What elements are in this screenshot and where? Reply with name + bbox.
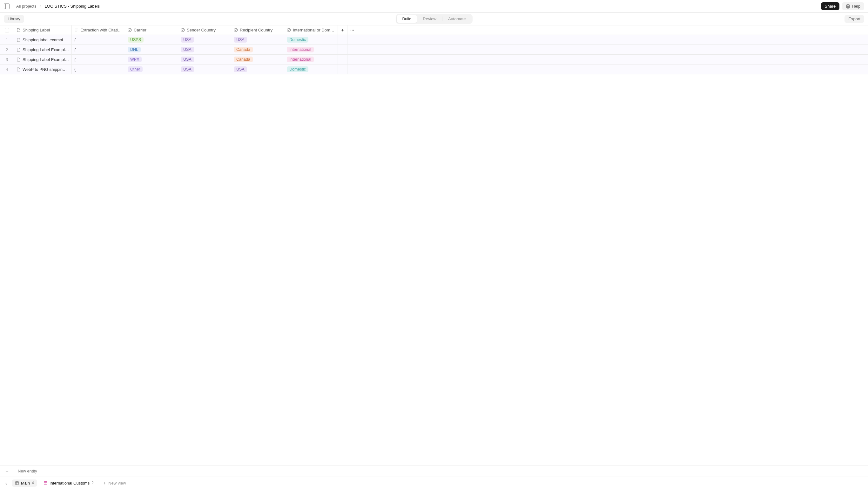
view-tab-count: 2 bbox=[91, 481, 94, 485]
cell-carrier[interactable]: Other bbox=[125, 64, 178, 74]
column-header-sender-country[interactable]: Sender Country bbox=[178, 25, 231, 35]
recipient-country-tag: Canada bbox=[234, 47, 253, 53]
filter-button[interactable] bbox=[4, 481, 8, 486]
svg-point-4 bbox=[181, 28, 185, 32]
cell-carrier[interactable]: USPS bbox=[125, 35, 178, 44]
cell-empty bbox=[338, 35, 347, 44]
export-button[interactable]: Export bbox=[844, 15, 864, 23]
plus-icon bbox=[102, 481, 107, 485]
table-row[interactable]: 4WebP to PNG shipping la...{OtherUSAUSAD… bbox=[0, 64, 868, 74]
column-label: Carrier bbox=[134, 28, 147, 32]
list-icon bbox=[74, 28, 79, 32]
svg-point-10 bbox=[352, 30, 352, 30]
cell-sender-country[interactable]: USA bbox=[178, 45, 231, 54]
cell-recipient-country[interactable]: Canada bbox=[231, 45, 284, 54]
carrier-tag: DHL bbox=[128, 47, 141, 53]
cell-international-domestic[interactable]: Domestic bbox=[284, 64, 338, 74]
cell-extraction[interactable]: { bbox=[72, 35, 125, 44]
cell-international-domestic[interactable]: International bbox=[284, 45, 338, 54]
column-label: International or Domes... bbox=[293, 28, 335, 32]
cell-empty bbox=[338, 64, 347, 74]
file-name: Shipping Label Example... bbox=[23, 57, 69, 62]
more-horizontal-icon bbox=[350, 28, 354, 32]
cell-sender-country[interactable]: USA bbox=[178, 35, 231, 44]
cell-shipping-label[interactable]: Shipping label examples.... bbox=[14, 35, 72, 44]
plus-icon bbox=[5, 469, 9, 473]
cell-empty bbox=[338, 45, 347, 54]
cell-international-domestic[interactable]: Domestic bbox=[284, 35, 338, 44]
column-header-extraction[interactable]: Extraction with Citations bbox=[72, 25, 125, 35]
view-tab-count: 4 bbox=[32, 481, 34, 485]
intl-domestic-tag: Domestic bbox=[287, 37, 308, 42]
cell-international-domestic[interactable]: International bbox=[284, 55, 338, 64]
help-button[interactable]: ? Help bbox=[842, 2, 864, 10]
column-header-shipping-label[interactable]: Shipping Label bbox=[14, 25, 72, 35]
share-button[interactable]: Share bbox=[821, 2, 840, 10]
sender-country-tag: USA bbox=[181, 37, 194, 42]
check-circle-icon bbox=[128, 28, 132, 32]
carrier-tag: WPX bbox=[128, 57, 142, 62]
cell-sender-country[interactable]: USA bbox=[178, 64, 231, 74]
new-view-button[interactable]: New view bbox=[100, 480, 129, 487]
cell-shipping-label[interactable]: Shipping Label Example... bbox=[14, 55, 72, 64]
breadcrumb-root-link[interactable]: All projects bbox=[16, 4, 36, 8]
view-tab-international-customs[interactable]: International Customs 2 bbox=[40, 480, 97, 487]
svg-point-6 bbox=[287, 28, 290, 32]
cell-recipient-country[interactable]: Canada bbox=[231, 55, 284, 64]
table-row[interactable]: 2Shipping Label Example...{DHLUSACanadaI… bbox=[0, 45, 868, 55]
help-icon: ? bbox=[846, 4, 850, 8]
cell-extraction[interactable]: { bbox=[72, 55, 125, 64]
svg-point-5 bbox=[234, 28, 238, 32]
svg-rect-20 bbox=[44, 481, 47, 485]
cell-shipping-label[interactable]: WebP to PNG shipping la... bbox=[14, 64, 72, 74]
new-entity-plus-button[interactable] bbox=[0, 465, 14, 477]
breadcrumb: All projects LOGISTICS - Shipping Labels bbox=[16, 4, 100, 8]
cell-extraction[interactable]: { bbox=[72, 45, 125, 54]
sidebar-toggle-icon[interactable] bbox=[4, 3, 9, 9]
cell-extraction[interactable]: { bbox=[72, 64, 125, 74]
column-header-carrier[interactable]: Carrier bbox=[125, 25, 178, 35]
check-circle-icon bbox=[234, 28, 238, 32]
column-header-international-domestic[interactable]: International or Domes... bbox=[284, 25, 338, 35]
check-circle-icon bbox=[181, 28, 185, 32]
select-all-checkbox[interactable] bbox=[5, 28, 9, 32]
recipient-country-tag: Canada bbox=[234, 57, 253, 62]
carrier-tag: USPS bbox=[128, 37, 144, 42]
cell-recipient-country[interactable]: USA bbox=[231, 64, 284, 74]
table-row[interactable]: 1Shipping label examples....{USPSUSAUSAD… bbox=[0, 35, 868, 45]
tab-build[interactable]: Build bbox=[396, 15, 417, 23]
column-label: Recipient Country bbox=[240, 28, 273, 32]
library-button[interactable]: Library bbox=[4, 15, 24, 23]
cell-shipping-label[interactable]: Shipping Label Example... bbox=[14, 45, 72, 54]
document-icon bbox=[17, 38, 21, 42]
footer: Main 4 International Customs 2 New view bbox=[0, 465, 868, 489]
table-row[interactable]: 3Shipping Label Example...{WPXUSACanadaI… bbox=[0, 55, 868, 64]
column-label: Sender Country bbox=[187, 28, 216, 32]
column-label: Extraction with Citations bbox=[80, 28, 122, 32]
divider bbox=[13, 3, 13, 9]
cell-empty bbox=[347, 45, 357, 54]
column-more-button[interactable] bbox=[347, 25, 357, 35]
view-tab-main[interactable]: Main 4 bbox=[12, 480, 37, 487]
svg-point-9 bbox=[351, 30, 351, 30]
cell-carrier[interactable]: WPX bbox=[125, 55, 178, 64]
view-tab-label: International Customs bbox=[50, 481, 90, 486]
file-name: WebP to PNG shipping la... bbox=[23, 67, 69, 72]
cell-recipient-country[interactable]: USA bbox=[231, 35, 284, 44]
file-name: Shipping Label Example... bbox=[23, 47, 69, 52]
document-icon bbox=[17, 67, 21, 71]
tab-automate[interactable]: Automate bbox=[442, 15, 472, 23]
new-entity-input[interactable] bbox=[14, 465, 868, 477]
view-mode-segmented: Build Review Automate bbox=[395, 14, 472, 24]
column-header-recipient-country[interactable]: Recipient Country bbox=[231, 25, 284, 35]
cell-carrier[interactable]: DHL bbox=[125, 45, 178, 54]
view-tab-label: Main bbox=[21, 481, 30, 486]
table-icon bbox=[15, 481, 19, 485]
tab-review[interactable]: Review bbox=[417, 15, 442, 23]
intl-domestic-tag: Domestic bbox=[287, 66, 308, 72]
add-column-button[interactable] bbox=[338, 25, 347, 35]
row-number: 3 bbox=[0, 55, 14, 64]
file-name: Shipping label examples.... bbox=[23, 37, 69, 42]
table-scroll-area[interactable]: Shipping Label Extraction with Citations… bbox=[0, 25, 868, 465]
cell-sender-country[interactable]: USA bbox=[178, 55, 231, 64]
